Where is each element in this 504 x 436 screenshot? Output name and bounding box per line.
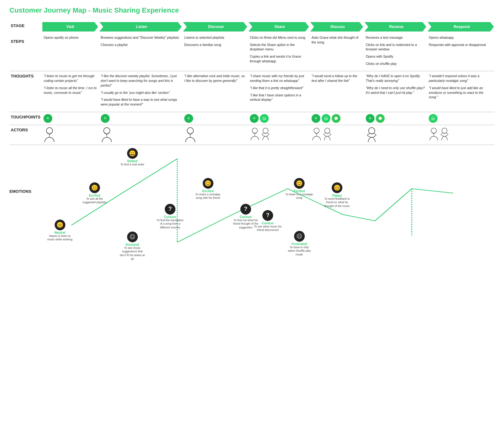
steps-row: STEPS Opens spotify on phone Browses sug… [9, 33, 495, 71]
steps-respond: Opens whatsapp Responds with approval or… [427, 33, 495, 71]
stage-respond: Respond [427, 21, 495, 33]
stage-visit: Visit [42, 21, 99, 33]
steps-share: Clicks on three dot Menu next to song Se… [248, 33, 310, 71]
emotion-face-excited2: 😊 [203, 178, 213, 189]
svg-point-2 [186, 116, 191, 120]
svg-point-11 [46, 128, 53, 134]
svg-point-24 [431, 128, 437, 133]
emotion-desc-curious3: To see what music his friend discovered [254, 225, 282, 232]
spotify-icon [250, 114, 259, 123]
emotion-desc-excited2: To share a nostalgic song with his frien… [195, 193, 221, 200]
touchpoints-respond [427, 112, 495, 125]
emotion-face-neutral: 😐 [54, 220, 65, 230]
emotion-desc-curious1: To find the translation of a song from a… [156, 219, 184, 230]
actors-discover [182, 125, 248, 145]
emotion-face-curious3: ? [262, 210, 273, 221]
person-icon [250, 127, 260, 141]
emotion-face-curious1: ? [165, 204, 175, 215]
emotion-happy: 😊 Happy To send feedback to friend on wh… [323, 182, 351, 208]
thoughts-share: "I share music with my friends by just s… [248, 71, 310, 112]
touchpoints-label: TOUCHPOINTS [9, 112, 42, 125]
emotion-name-excited3: Excited [294, 189, 305, 193]
messages-icon [332, 114, 341, 123]
svg-point-17 [252, 128, 258, 133]
person-icon [312, 127, 322, 141]
whatsapp-icon [429, 114, 438, 123]
touchpoints-listen [99, 112, 182, 125]
svg-point-0 [46, 116, 50, 120]
thoughts-row: THOUGHTS "I listen to music to get me th… [9, 71, 495, 112]
steps-discuss: Asks Grace what she thought of the song [310, 33, 364, 71]
divider-emotions [9, 145, 495, 145]
svg-point-13 [104, 128, 110, 134]
touchpoints-share [248, 112, 310, 125]
emotion-desc-happy: To send feedback to friend on what he th… [323, 197, 351, 208]
person-female-icon [261, 127, 271, 141]
person-female-icon [322, 127, 332, 141]
spotify-icon [43, 114, 52, 123]
thoughts-recieve: "Why do I HAVE to open it on Spotify. Th… [364, 71, 427, 112]
person-icon [101, 127, 113, 142]
emotion-name-curious1: Curious [164, 215, 176, 219]
svg-point-1 [103, 116, 107, 120]
emotion-name-curious2: Curious [240, 215, 252, 219]
stage-share: Share [248, 21, 310, 33]
journey-map-table: STAGE Visit Listen Discover Share Discus… [9, 21, 495, 145]
emotion-excited3: 😊 Excited To listen to a nostalgic song [285, 178, 313, 200]
stage-row: STAGE Visit Listen Discover Share Discus… [9, 21, 495, 33]
steps-visit: Opens spotify on phone [42, 33, 99, 71]
emotion-name-happy: Happy [332, 194, 342, 197]
thoughts-listen: "I like the discover weekly playlist. So… [99, 71, 182, 112]
spotify-icon [184, 114, 193, 123]
thoughts-label: THOUGHTS [9, 71, 42, 112]
emotion-name-frustrated: Frustrated [291, 242, 307, 246]
emotion-name-excited1: Excited [89, 194, 100, 197]
person-female-icon [366, 127, 378, 142]
touchpoints-visit [42, 112, 99, 125]
emotion-face-excited3: 😊 [294, 178, 305, 189]
spotify-icon [366, 114, 375, 123]
emotion-face-annoyed: ☹ [127, 232, 138, 242]
steps-listen: Browses suggestions and "Discover Weekly… [99, 33, 182, 71]
steps-recieve: Recieves a text message Clicks on link a… [364, 33, 427, 71]
svg-point-22 [325, 128, 330, 133]
emotion-face-frustrated: ☹ [294, 231, 305, 242]
emotion-desc-neutral: Wants to listen to music while working [47, 234, 73, 242]
whatsapp-icon [260, 114, 269, 123]
emotion-name-neutral: Neutral [54, 231, 65, 234]
emotion-curious1: ? Curious To find the translation of a s… [156, 204, 184, 230]
svg-point-15 [187, 128, 193, 134]
actors-visit [42, 125, 99, 145]
thoughts-visit: "I listen to music to get me through cod… [42, 71, 99, 112]
emotions-label: EMOTIONS [9, 148, 35, 255]
actors-share [248, 125, 310, 145]
svg-point-19 [263, 128, 268, 133]
spotify-icon [312, 114, 320, 123]
person-icon [43, 127, 55, 142]
emotion-excited1: 😊 Excited To see all the suggested playl… [81, 182, 108, 204]
touchpoints-discover [182, 112, 248, 125]
emotion-annoyed: ☹ Annoyed To see music suggestions that … [119, 232, 146, 261]
thoughts-discuss: "I would send a follow up to the text af… [310, 71, 364, 112]
emotion-neutral: 😐 Neutral Wants to listen to music while… [47, 220, 73, 242]
stage-discover: Discover [182, 21, 248, 33]
emotion-desc-annoyed: To see music suggestions that don't fit … [119, 246, 146, 261]
person-female-icon [439, 127, 450, 141]
touchpoints-recieve [364, 112, 427, 125]
person-icon [429, 127, 439, 141]
spotify-icon [101, 114, 110, 123]
emotion-face-curious2: ? [240, 204, 251, 215]
emotion-desc-stoked: To find a new artist [120, 163, 144, 167]
touchpoints-row: TOUCHPOINTS [9, 112, 495, 125]
person-icon [184, 127, 196, 142]
svg-point-5 [314, 116, 318, 120]
emotion-excited2: 😊 Excited To share a nostalgic song with… [195, 178, 221, 200]
actors-listen [99, 125, 182, 145]
emotion-curious3: ? Curious To see what music his friend d… [254, 210, 282, 232]
svg-point-20 [314, 128, 319, 133]
actors-row: ACTORS [9, 125, 495, 145]
stage-listen: Listen [99, 21, 182, 33]
emotions-section: EMOTIONS 😐 Neutral Wants to listen to mu… [9, 148, 495, 255]
emotion-desc-frustrated: To have to only select Shuffle play mode [286, 246, 313, 257]
actors-label: ACTORS [9, 125, 42, 145]
